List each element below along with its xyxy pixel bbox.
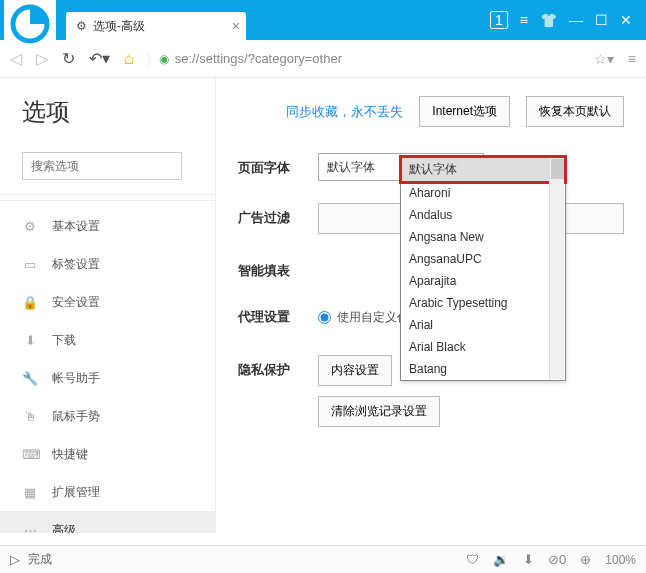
- tab-title: 选项-高级: [93, 18, 232, 35]
- sidebar-list: ⚙基本设置 ▭标签设置 🔒安全设置 ⬇下载 🔧帐号助手 🖱鼠标手势 ⌨快捷键 ▦…: [0, 207, 215, 533]
- sidebar-item-label: 安全设置: [52, 294, 100, 311]
- sidebar-item-label: 标签设置: [52, 256, 100, 273]
- zoom-icon[interactable]: ⊕: [580, 552, 591, 567]
- sidebar-item-label: 鼠标手势: [52, 408, 100, 425]
- browser-logo: [4, 0, 56, 50]
- font-option[interactable]: Arabic Typesetting: [401, 292, 565, 314]
- window-icon: ▭: [22, 257, 38, 272]
- font-option[interactable]: Aparajita: [401, 270, 565, 292]
- sidebar-item-advanced[interactable]: ⋯高级: [0, 511, 215, 533]
- address-bar[interactable]: ◉ se://settings/?category=other: [148, 51, 580, 66]
- zoom-value: 100%: [605, 553, 636, 567]
- sidebar-item-shortcut[interactable]: ⌨快捷键: [0, 435, 215, 473]
- page-title: 选项: [22, 96, 193, 128]
- window-controls: 1 ≡ 👕 — ☐ ✕: [490, 11, 646, 29]
- sidebar-item-download[interactable]: ⬇下载: [0, 321, 215, 359]
- font-option[interactable]: Angsana New: [401, 226, 565, 248]
- home-icon[interactable]: ⌂: [124, 50, 134, 68]
- sidebar-item-tabs[interactable]: ▭标签设置: [0, 245, 215, 283]
- close-icon[interactable]: ✕: [620, 12, 632, 28]
- font-option-default[interactable]: 默认字体: [401, 157, 565, 182]
- sidebar-item-label: 高级: [52, 522, 76, 534]
- main-content: 同步收藏，永不丢失 Internet选项 恢复本页默认 页面字体 默认字体 ▲ …: [216, 78, 646, 533]
- grid-icon: ▦: [22, 485, 38, 500]
- lock-icon: 🔒: [22, 295, 38, 310]
- sidebar-header: 选项: [0, 78, 215, 138]
- proxy-radio-input[interactable]: [318, 311, 331, 324]
- font-select-value: 默认字体: [327, 159, 375, 176]
- sidebar-item-security[interactable]: 🔒安全设置: [0, 283, 215, 321]
- internet-options-button[interactable]: Internet选项: [419, 96, 510, 127]
- dots-icon: ⋯: [22, 523, 38, 534]
- shield-icon: ◉: [159, 52, 169, 66]
- sync-link[interactable]: 同步收藏，永不丢失: [286, 103, 403, 121]
- tab-close-icon[interactable]: ×: [232, 18, 240, 34]
- page-menu-icon[interactable]: ≡: [628, 51, 636, 67]
- page-body: 选项 ⚙基本设置 ▭标签设置 🔒安全设置 ⬇下载 🔧帐号助手 🖱鼠标手势 ⌨快捷…: [0, 78, 646, 533]
- download-badge[interactable]: 1: [490, 11, 508, 29]
- sound-icon[interactable]: 🔉: [493, 552, 509, 567]
- proxy-label: 代理设置: [238, 302, 318, 333]
- wrench-icon: 🔧: [22, 371, 38, 386]
- skin-icon[interactable]: 👕: [540, 12, 557, 28]
- clear-history-button[interactable]: 清除浏览记录设置: [318, 396, 440, 427]
- font-label: 页面字体: [238, 153, 318, 181]
- mouse-icon: 🖱: [22, 409, 38, 424]
- back-icon[interactable]: ◁: [10, 49, 22, 68]
- privacy-label: 隐私保护: [238, 355, 318, 427]
- statusbar: ▷ 完成 🛡 🔉 ⬇ ⊘0 ⊕ 100%: [0, 545, 646, 573]
- forward-icon: ▷: [36, 49, 48, 68]
- fill-label: 智能填表: [238, 256, 318, 280]
- navbar: ◁ ▷ ↻ ↶▾ ⌂ ◉ se://settings/?category=oth…: [0, 40, 646, 78]
- status-text: 完成: [28, 551, 52, 568]
- sidebar-item-label: 扩展管理: [52, 484, 100, 501]
- font-option[interactable]: Arial Black: [401, 336, 565, 358]
- ad-label: 广告过滤: [238, 203, 318, 234]
- shield-status-icon[interactable]: 🛡: [466, 552, 479, 567]
- font-option[interactable]: AngsanaUPC: [401, 248, 565, 270]
- search-wrap: [0, 138, 215, 195]
- favorite-icon[interactable]: ☆▾: [594, 51, 614, 67]
- browser-tab[interactable]: ⚙ 选项-高级 ×: [66, 12, 246, 40]
- url-text: se://settings/?category=other: [175, 51, 342, 66]
- maximize-icon[interactable]: ☐: [595, 12, 608, 28]
- keyboard-icon: ⌨: [22, 447, 38, 462]
- sidebar-item-basic[interactable]: ⚙基本设置: [0, 207, 215, 245]
- search-input[interactable]: [22, 152, 182, 180]
- content-settings-button[interactable]: 内容设置: [318, 355, 392, 386]
- sidebar-item-label: 下载: [52, 332, 76, 349]
- font-dropdown[interactable]: 默认字体 Aharoni Andalus Angsana New Angsana…: [400, 156, 566, 381]
- play-icon[interactable]: ▷: [10, 552, 20, 567]
- sidebar-item-mouse[interactable]: 🖱鼠标手势: [0, 397, 215, 435]
- sidebar: 选项 ⚙基本设置 ▭标签设置 🔒安全设置 ⬇下载 🔧帐号助手 🖱鼠标手势 ⌨快捷…: [0, 78, 216, 533]
- titlebar: ⚙ 选项-高级 × 1 ≡ 👕 — ☐ ✕: [0, 0, 646, 40]
- download-icon: ⬇: [22, 333, 38, 348]
- minimize-icon[interactable]: —: [569, 12, 583, 28]
- reload-icon[interactable]: ↻: [62, 49, 75, 68]
- sidebar-item-label: 基本设置: [52, 218, 100, 235]
- sidebar-item-label: 快捷键: [52, 446, 88, 463]
- adblock-icon[interactable]: ⊘0: [548, 552, 566, 567]
- download-status-icon[interactable]: ⬇: [523, 552, 534, 567]
- undo-icon[interactable]: ↶▾: [89, 49, 110, 68]
- sidebar-item-account[interactable]: 🔧帐号助手: [0, 359, 215, 397]
- gear-icon: ⚙: [76, 19, 87, 33]
- font-option[interactable]: Andalus: [401, 204, 565, 226]
- gear-icon: ⚙: [22, 219, 38, 234]
- font-option[interactable]: Aharoni: [401, 182, 565, 204]
- sidebar-item-extensions[interactable]: ▦扩展管理: [0, 473, 215, 511]
- menu-icon[interactable]: ≡: [520, 12, 528, 28]
- restore-defaults-button[interactable]: 恢复本页默认: [526, 96, 624, 127]
- top-actions: 同步收藏，永不丢失 Internet选项 恢复本页默认: [238, 96, 624, 127]
- sidebar-item-label: 帐号助手: [52, 370, 100, 387]
- font-option[interactable]: Arial: [401, 314, 565, 336]
- font-option[interactable]: Batang: [401, 358, 565, 380]
- dropdown-scrollbar[interactable]: [549, 158, 564, 379]
